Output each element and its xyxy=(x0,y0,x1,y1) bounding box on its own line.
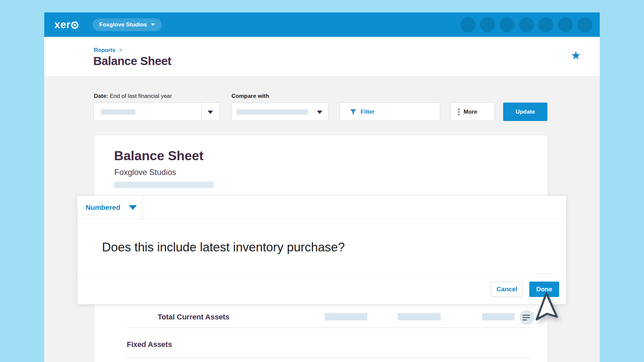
chevron-down-icon xyxy=(151,23,155,26)
update-button-label: Update xyxy=(516,109,535,115)
nav-circle-icon[interactable] xyxy=(461,17,476,32)
report-date-placeholder-bar xyxy=(114,182,214,188)
date-select[interactable] xyxy=(94,103,220,121)
nav-circle-icon[interactable] xyxy=(558,17,573,32)
nav-circle-icon[interactable] xyxy=(519,17,534,32)
report-title: Balance Sheet xyxy=(114,148,204,163)
done-button-label: Done xyxy=(536,286,552,293)
compare-select-placeholder-bar xyxy=(237,109,308,115)
nav-circle-icon[interactable] xyxy=(480,17,495,32)
date-label-bold: Date: xyxy=(94,93,108,99)
page-header: Reports > Balance Sheet ★ xyxy=(44,37,600,76)
compare-with-label-bold: Compare with xyxy=(231,93,269,99)
annotation-icon[interactable] xyxy=(520,310,534,325)
desktop-background: xer Foxglove Studios Reports > Balance S… xyxy=(0,0,644,362)
xero-logo-o-icon xyxy=(71,21,78,29)
favorite-star-icon[interactable]: ★ xyxy=(571,50,581,61)
annotation-dialog: Numbered Does this include latest invent… xyxy=(77,195,567,305)
nav-circle-icon[interactable] xyxy=(577,17,592,32)
compare-with-label: Compare with xyxy=(231,93,269,100)
dialog-header: Numbered xyxy=(77,196,566,219)
date-select-placeholder-bar xyxy=(101,109,136,115)
date-label: Date: End of last financial year xyxy=(94,93,172,100)
more-button[interactable]: More xyxy=(450,103,495,121)
amount-placeholder-bar xyxy=(325,313,367,320)
compare-with-select[interactable] xyxy=(231,103,329,121)
done-button[interactable]: Done xyxy=(529,282,559,297)
funnel-icon xyxy=(350,109,357,115)
top-navigation-bar: xer Foxglove Studios xyxy=(44,12,600,37)
update-button[interactable]: Update xyxy=(503,103,547,121)
numbering-dropdown[interactable]: Numbered xyxy=(77,196,143,219)
chevron-down-icon xyxy=(208,111,213,114)
nav-circle-icon[interactable] xyxy=(538,17,553,32)
amount-placeholder-bar xyxy=(398,313,441,320)
dialog-footer-divider xyxy=(77,274,566,274)
date-select-divider xyxy=(201,103,202,121)
organisation-name: Foxglove Studios xyxy=(99,21,147,28)
annotation-question-text[interactable]: Does this include latest inventory purch… xyxy=(102,240,345,254)
row-divider xyxy=(126,358,534,358)
total-current-assets-row: Total Current Assets xyxy=(158,313,229,321)
breadcrumb: Reports > xyxy=(94,47,122,54)
row-divider xyxy=(126,327,534,328)
date-value: End of last financial year xyxy=(110,93,172,99)
filter-button-label: Filter xyxy=(361,109,375,115)
numbering-dropdown-label: Numbered xyxy=(86,203,120,212)
amount-placeholder-bar xyxy=(482,313,515,320)
nav-icon-group xyxy=(461,17,592,32)
breadcrumb-reports-link[interactable]: Reports xyxy=(94,47,115,53)
kebab-menu-icon xyxy=(458,109,460,115)
xero-logo: xer xyxy=(54,19,78,31)
cancel-button-label: Cancel xyxy=(496,286,517,293)
xero-logo-text: xer xyxy=(54,19,70,31)
chevron-down-icon xyxy=(129,205,137,210)
filter-button[interactable]: Filter xyxy=(339,103,440,121)
report-subtitle: Foxglove Studios xyxy=(114,168,176,177)
fixed-assets-row: Fixed Assets xyxy=(127,340,172,349)
breadcrumb-separator: > xyxy=(119,47,122,53)
nav-circle-icon[interactable] xyxy=(499,17,515,32)
organisation-selector[interactable]: Foxglove Studios xyxy=(93,18,162,31)
cancel-button[interactable]: Cancel xyxy=(491,282,523,297)
page-title: Balance Sheet xyxy=(93,54,171,68)
more-button-label: More xyxy=(464,109,477,115)
chevron-down-icon xyxy=(317,111,322,114)
